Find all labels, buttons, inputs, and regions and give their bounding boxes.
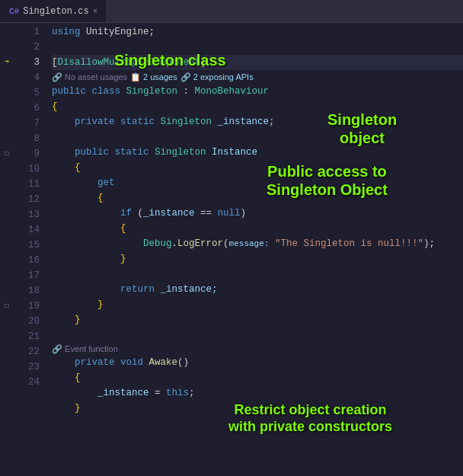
gutter-17 — [0, 268, 14, 283]
line-num-1: 1 — [14, 24, 40, 40]
brace-prop-open: { — [75, 160, 81, 175]
kw-public-8: public — [75, 145, 109, 160]
brace-awake-close: } — [75, 401, 81, 416]
code-line-22: { — [52, 370, 463, 385]
code-line-20 — [52, 327, 463, 343]
line-num-6: 6 — [14, 101, 40, 116]
tab-label: Singleton.cs — [23, 6, 88, 17]
kw-private-6: private — [75, 114, 115, 129]
gutter-21 — [0, 329, 14, 344]
assign-instance: _instance — [97, 385, 149, 401]
kw-void: void — [120, 355, 143, 370]
tab-bar: C# Singleton.cs × — [0, 0, 463, 23]
brace-get-open: { — [97, 190, 104, 206]
gutter-13[interactable] — [0, 207, 14, 222]
line-num-7: 7 — [14, 116, 40, 131]
gutter-1 — [0, 24, 14, 40]
gutter-8[interactable] — [0, 131, 14, 146]
kw-get: get — [97, 175, 115, 190]
line-num-24: 24 — [14, 375, 40, 390]
code-line-13: { — [52, 221, 463, 236]
kw-using: using — [52, 24, 81, 40]
code-line-6: private static Singleton _instance; — [52, 114, 463, 129]
line-num-23: 23 — [14, 359, 40, 375]
gutter-10 — [0, 161, 14, 177]
kw-static-8: static — [115, 145, 149, 160]
gutter-2 — [0, 40, 14, 55]
line-num-4: 4 — [14, 70, 40, 85]
attr-open: [ — [52, 55, 58, 70]
gutter-22[interactable] — [0, 344, 14, 359]
line-num-16: 16 — [14, 253, 40, 268]
kw-this: this — [166, 385, 189, 401]
code-line-14: Debug . LogError ( message: "The Singlet… — [52, 236, 463, 251]
gutter-18[interactable] — [0, 283, 14, 299]
code-line-15: } — [52, 251, 463, 267]
gutter-5[interactable] — [0, 85, 14, 101]
gutter-9[interactable]: ◻ — [0, 146, 14, 161]
gutter-20 — [0, 314, 14, 329]
code-line-4: public class Singleton : MonoBehaviour — [52, 84, 463, 99]
type-singleton-6: Singleton — [161, 114, 212, 129]
kw-static-6: static — [120, 114, 155, 129]
gutter-14 — [0, 222, 14, 238]
line-num-21: 21 — [14, 329, 40, 344]
gutter-23 — [0, 359, 14, 375]
gutter-15[interactable] — [0, 238, 14, 253]
file-tab[interactable]: C# Singleton.cs × — [0, 0, 107, 22]
code-line-9: { — [52, 160, 463, 175]
code-line-5: { — [52, 99, 463, 114]
kw-class: class — [92, 84, 121, 99]
brace-prop-close: } — [75, 312, 81, 327]
usage-hints-line: 🔗 No asset usages 📋 2 usages 🔗 2 exposin… — [52, 70, 463, 84]
line-num-3: 3 — [14, 55, 40, 70]
brace-open-class: { — [52, 99, 58, 114]
line-numbers: 1 2 3 4 5 6 7 8 9 10 11 12 13 14 15 16 1… — [14, 23, 46, 476]
line-num-15: 15 — [14, 238, 40, 253]
gutter-19[interactable]: ◻ — [0, 299, 14, 314]
code-line-21: private void Awake () — [52, 355, 463, 370]
str-null-msg: "The Singleton is null!!!" — [275, 236, 423, 251]
editor-area: ➜ ◻ ◻ 1 2 3 4 5 6 7 8 9 10 11 12 13 — [0, 23, 463, 476]
code-line-24: } — [52, 401, 463, 416]
attr-disallow: DisallowMultipleComponent — [58, 55, 201, 70]
class-singleton: Singleton — [126, 84, 178, 99]
code-content: using UnityEngine; [DisallowMultipleComp… — [46, 23, 463, 476]
line-num-18: 18 — [14, 283, 40, 299]
hint-asset: 🔗 No asset usages — [52, 69, 127, 85]
kw-public-4: public — [52, 84, 86, 99]
csharp-icon: C# — [9, 7, 19, 16]
prop-instance: Instance — [206, 145, 258, 160]
code-line-12: if ( _instance == null ) — [52, 206, 463, 221]
gutter-7 — [0, 116, 14, 131]
code-line-2 — [52, 40, 463, 55]
gutter-11[interactable] — [0, 177, 14, 192]
tab-close-button[interactable]: × — [93, 7, 98, 16]
code-line-11: { — [52, 190, 463, 206]
line-num-17: 17 — [14, 268, 40, 283]
brace-get-close: } — [97, 297, 104, 312]
kw-null: null — [218, 206, 241, 221]
attr-close: ] — [200, 55, 206, 70]
gutter-24[interactable] — [0, 375, 14, 390]
class-debug: Debug — [143, 236, 172, 251]
code-line-17: return _instance; — [52, 282, 463, 297]
line-num-9: 9 — [14, 146, 40, 161]
code-line-10: get — [52, 175, 463, 190]
brace-awake-open: { — [75, 370, 81, 385]
line-num-2: 2 — [14, 40, 40, 55]
kw-if: if — [120, 206, 132, 221]
line-num-20: 20 — [14, 314, 40, 329]
ns-unity: UnityEngine; — [81, 24, 155, 40]
event-func-label: 🔗 Event function — [52, 341, 118, 356]
code-line-3: [DisallowMultipleComponent] — [52, 55, 463, 70]
line-num-11: 11 — [14, 177, 40, 192]
event-hint-line: 🔗 Event function — [52, 343, 463, 355]
hint-exposing: 🔗 2 exposing APIs — [180, 69, 254, 85]
kw-return: return — [120, 282, 155, 297]
line-num-22: 22 — [14, 344, 40, 359]
code-line-23: _instance = this ; — [52, 385, 463, 401]
gutter-12 — [0, 192, 14, 207]
gutter-4 — [0, 70, 14, 85]
line-num-8: 8 — [14, 131, 40, 146]
